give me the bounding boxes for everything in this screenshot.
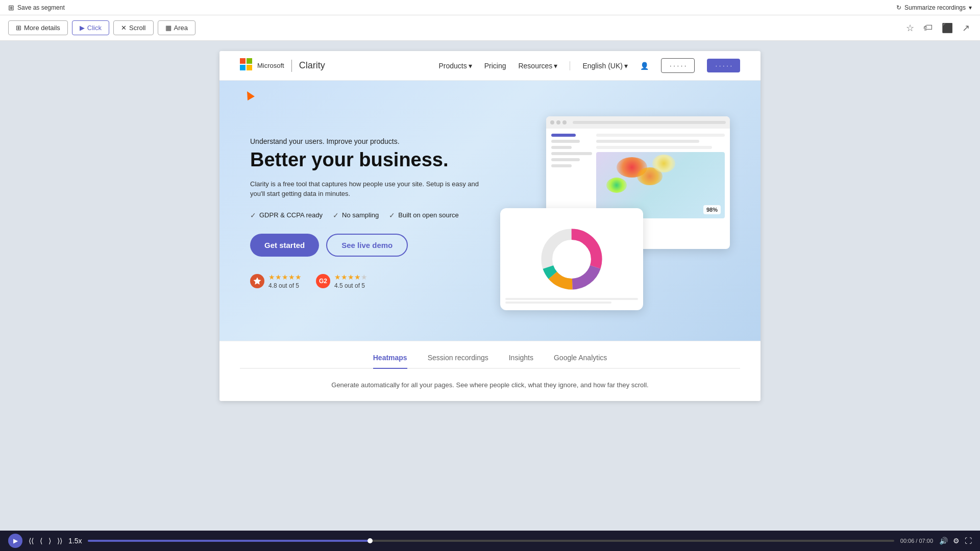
nav-separator xyxy=(570,61,570,70)
check-icon-3: ✓ xyxy=(389,211,395,219)
heatmap-blob-green xyxy=(606,178,627,193)
tab-heatmaps[interactable]: Heatmaps xyxy=(373,354,407,369)
tab-session-recordings[interactable]: Session recordings xyxy=(428,354,488,369)
summarize-icon: ↻ xyxy=(896,4,901,11)
tab-description: Generate automatically for all your page… xyxy=(240,377,740,393)
rating2-text: 4.5 out of 5 xyxy=(334,282,368,289)
tab-google-analytics-label: Google Analytics xyxy=(554,354,607,362)
progress-thumb xyxy=(368,538,373,543)
skip-forward-button[interactable]: ⟩⟩ xyxy=(57,537,62,545)
language-nav-link[interactable]: English (UK) ▾ xyxy=(582,62,628,70)
step-back-button[interactable]: ⟨ xyxy=(40,537,42,545)
illus-line-4 xyxy=(551,152,592,155)
stars-2: ★★★★★ xyxy=(334,273,368,281)
current-time: 00:06 xyxy=(900,538,915,544)
get-started-button[interactable]: Get started xyxy=(250,234,319,257)
area-icon: ▦ xyxy=(165,24,172,32)
svg-point-10 xyxy=(555,243,589,276)
scroll-label: Scroll xyxy=(129,24,146,32)
illus-dot-2 xyxy=(556,120,560,124)
tablet-illustration xyxy=(500,208,643,310)
illus-dot-3 xyxy=(562,120,567,124)
share-button[interactable]: ↗ xyxy=(960,20,972,36)
check-icon-2: ✓ xyxy=(333,211,339,219)
check-icon-1: ✓ xyxy=(250,211,256,219)
settings-button[interactable]: ⚙ xyxy=(953,537,960,545)
screenshot-button[interactable]: ⬛ xyxy=(940,20,955,36)
area-button[interactable]: ▦ Area xyxy=(158,20,195,35)
progress-fill xyxy=(88,540,370,542)
feature-gdpr: ✓ GDPR & CCPA ready xyxy=(250,211,323,219)
feature-open-source-label: Built on open source xyxy=(398,211,459,219)
progress-bar[interactable] xyxy=(88,540,894,542)
scroll-icon: ✕ xyxy=(121,24,127,32)
bookmark-button[interactable]: ☆ xyxy=(904,20,916,36)
tab-google-analytics[interactable]: Google Analytics xyxy=(554,354,607,369)
summarize-label: Summarize recordings xyxy=(904,4,966,11)
get-started-nav-button[interactable]: · · · · · xyxy=(707,59,740,72)
click-button[interactable]: ▶ Click xyxy=(72,20,109,35)
hero-text: Understand your users. Improve your prod… xyxy=(250,137,495,289)
hero-cta: Get started See live demo xyxy=(250,234,495,257)
tab-insights[interactable]: Insights xyxy=(509,354,533,369)
toolbar: ⊞ More details ▶ Click ✕ Scroll ▦ Area ☆… xyxy=(0,15,980,41)
resources-label: Resources xyxy=(518,62,552,70)
language-label: English (UK) xyxy=(582,62,623,70)
site-navigation: Microsoft Clarity Products ▾ Pricing Res… xyxy=(219,51,761,81)
g2-logo: G2 xyxy=(316,274,330,288)
step-forward-button[interactable]: ⟩ xyxy=(48,537,51,545)
sign-in-label: · · · · · xyxy=(670,62,687,69)
donut-chart xyxy=(538,226,605,292)
microsoft-logo xyxy=(240,58,252,73)
illus-line-5 xyxy=(551,158,580,161)
site-name: Clarity xyxy=(299,60,325,71)
see-live-demo-label: See live demo xyxy=(341,241,393,249)
rating1-text: 4.8 out of 5 xyxy=(268,282,302,289)
illus-topbar xyxy=(546,116,730,129)
fullscreen-button[interactable]: ⛶ xyxy=(965,537,972,545)
sign-in-button[interactable]: · · · · · xyxy=(661,58,695,73)
hero-ratings: ★★★★★ 4.8 out of 5 G2 ★★★★★ 4.5 out of 5 xyxy=(250,273,495,289)
more-details-label: More details xyxy=(24,24,60,32)
total-time: 07:00 xyxy=(919,538,933,544)
svg-rect-0 xyxy=(240,58,246,64)
tag-button[interactable]: 🏷 xyxy=(921,20,935,35)
stars-1: ★★★★★ xyxy=(268,273,302,281)
cursor-pointer-indicator xyxy=(243,89,255,101)
illus-line-6 xyxy=(551,164,572,167)
cursor-icon: ▶ xyxy=(80,24,85,32)
tab-heatmaps-label: Heatmaps xyxy=(373,354,407,362)
hero-features: ✓ GDPR & CCPA ready ✓ No sampling ✓ Buil… xyxy=(250,211,495,219)
save-segment-area: ⊞ Save as segment xyxy=(8,4,65,12)
feature-sampling: ✓ No sampling xyxy=(333,211,379,219)
product-hunt-rating: ★★★★★ 4.8 out of 5 xyxy=(250,273,302,289)
feature-open-source: ✓ Built on open source xyxy=(389,211,459,219)
player-right: 🔊 ⚙ ⛶ xyxy=(939,537,972,545)
more-details-button[interactable]: ⊞ More details xyxy=(8,20,68,35)
pricing-nav-link[interactable]: Pricing xyxy=(484,62,506,70)
hero-description: Clarity is a free tool that captures how… xyxy=(250,179,495,199)
skip-back-button[interactable]: ⟨⟨ xyxy=(29,537,34,545)
see-live-demo-button[interactable]: See live demo xyxy=(326,234,408,257)
g2-score: ★★★★★ 4.5 out of 5 xyxy=(334,273,368,289)
scroll-button[interactable]: ✕ Scroll xyxy=(113,20,154,35)
svg-rect-1 xyxy=(247,58,252,64)
language-chevron-icon: ▾ xyxy=(624,62,628,70)
hero-headline: Better your business. xyxy=(250,149,495,171)
feature-gdpr-label: GDPR & CCPA ready xyxy=(259,211,323,219)
tabs-navigation: Heatmaps Session recordings Insights Goo… xyxy=(240,354,740,369)
play-button[interactable]: ▶ xyxy=(8,534,22,548)
save-segment-label[interactable]: Save as segment xyxy=(17,4,65,11)
pricing-label: Pricing xyxy=(484,62,506,70)
get-started-label: Get started xyxy=(264,241,305,249)
person-icon: 👤 xyxy=(640,62,649,70)
products-chevron-icon: ▾ xyxy=(469,62,472,70)
tabs-section: Heatmaps Session recordings Insights Goo… xyxy=(219,341,761,401)
speed-button[interactable]: 1.5x xyxy=(68,537,82,545)
products-nav-link[interactable]: Products ▾ xyxy=(438,62,472,70)
tab-session-recordings-label: Session recordings xyxy=(428,354,488,362)
toolbar-left: ⊞ More details ▶ Click ✕ Scroll ▦ Area xyxy=(8,20,195,35)
summarize-recordings-btn[interactable]: ↻ Summarize recordings ▾ xyxy=(896,4,972,11)
speed-label: 1.5 xyxy=(68,537,78,545)
resources-nav-link[interactable]: Resources ▾ xyxy=(518,62,557,70)
